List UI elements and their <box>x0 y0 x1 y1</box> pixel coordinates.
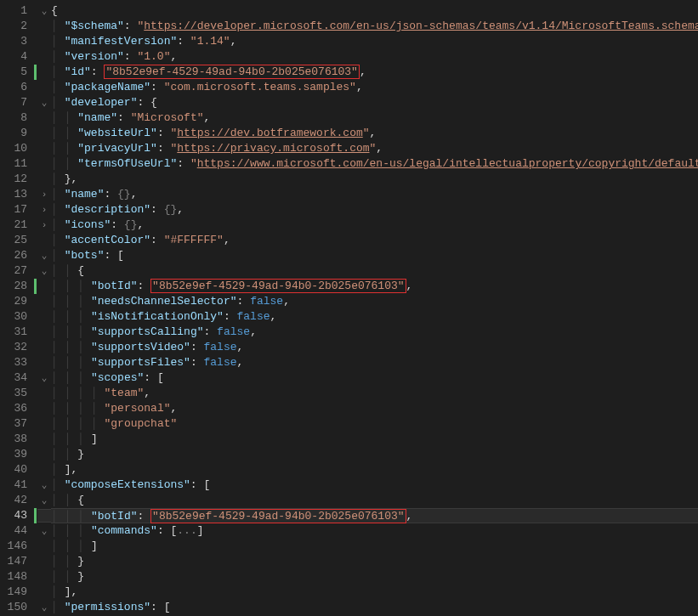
code-line[interactable]: │ "name": {}, <box>51 187 698 202</box>
code-line[interactable]: │ │ │ "commands": [...] <box>51 523 698 539</box>
code-line[interactable]: │ │ │ ] <box>51 539 698 554</box>
fold-icon[interactable] <box>37 110 51 126</box>
code-line[interactable]: │ "$schema": "https://developer.microsof… <box>51 19 698 34</box>
code-line[interactable]: │ │ │ "botId": "8b52e9ef-4529-49ad-94b0-… <box>51 279 698 294</box>
fold-icon[interactable] <box>37 233 51 248</box>
code-line[interactable]: │ │ } <box>51 447 698 462</box>
code-line[interactable]: │ │ { <box>51 263 698 279</box>
fold-icon[interactable]: ⌄ <box>37 523 51 539</box>
fold-icon[interactable] <box>37 539 51 554</box>
line-number: 34 <box>0 370 27 386</box>
fold-icon[interactable] <box>37 19 51 34</box>
fold-icon[interactable]: ⌄ <box>37 493 51 508</box>
fold-icon[interactable] <box>37 355 51 370</box>
token: : <box>150 234 164 246</box>
code-line[interactable]: │ "manifestVersion": "1.14", <box>51 34 698 49</box>
code-line[interactable]: │ │ } <box>51 554 698 569</box>
fold-icon[interactable] <box>37 141 51 156</box>
fold-icon[interactable]: ⌄ <box>37 478 51 493</box>
fold-icon[interactable] <box>37 325 51 340</box>
line-number: 35 <box>0 386 27 401</box>
token: "version" <box>65 50 124 63</box>
fold-icon[interactable]: › <box>37 202 51 218</box>
fold-icon[interactable]: › <box>37 218 51 233</box>
code-line[interactable]: │ │ │ │ "personal", <box>51 401 698 416</box>
token: "privacyUrl" <box>77 142 157 155</box>
fold-column[interactable]: ⌄⌄›››⌄⌄⌄⌄⌄⌄⌄⌄ <box>37 0 51 616</box>
code-line[interactable]: │ │ │ │ "groupchat" <box>51 416 698 432</box>
code-line[interactable]: │ │ │ "scopes": [ <box>51 370 698 386</box>
fold-icon[interactable]: ⌄ <box>37 370 51 386</box>
highlighted-value: "8b52e9ef-4529-49ad-94b0-2b025e076103" <box>104 65 359 79</box>
code-area[interactable]: {│ "$schema": "https://developer.microso… <box>51 0 698 616</box>
code-line[interactable]: { <box>51 3 698 19</box>
fold-icon[interactable] <box>37 554 51 569</box>
token: : [ <box>190 478 210 491</box>
code-line[interactable]: │ "icons": {}, <box>51 218 698 233</box>
fold-icon[interactable]: ⌄ <box>37 95 51 110</box>
fold-icon[interactable]: ⌄ <box>37 600 51 615</box>
fold-icon[interactable] <box>37 508 51 523</box>
code-line[interactable]: │ "packageName": "com.microsoft.teams.sa… <box>51 80 698 95</box>
code-line[interactable]: │ "accentColor": "#FFFFFF", <box>51 233 698 248</box>
code-line[interactable]: │ │ │ "supportsCalling": false, <box>51 325 698 340</box>
code-line[interactable]: │ "bots": [ <box>51 248 698 263</box>
fold-icon[interactable]: › <box>37 187 51 202</box>
token: : { <box>137 96 156 109</box>
fold-icon[interactable] <box>37 309 51 325</box>
token: : <box>157 142 171 155</box>
code-line[interactable]: │ │ "websiteUrl": "https://dev.botframew… <box>51 126 698 141</box>
fold-icon[interactable] <box>37 432 51 447</box>
fold-icon[interactable] <box>37 569 51 585</box>
fold-icon[interactable] <box>37 401 51 416</box>
fold-icon[interactable] <box>37 34 51 49</box>
code-editor[interactable]: 1234567891011121317212526272829303132333… <box>0 0 698 616</box>
code-line[interactable]: │ │ "privacyUrl": "https://privacy.micro… <box>51 141 698 156</box>
fold-icon[interactable] <box>37 294 51 309</box>
code-line[interactable]: │ }, <box>51 172 698 187</box>
code-line[interactable]: │ "permissions": [ <box>51 600 698 615</box>
line-number: 25 <box>0 233 27 248</box>
highlighted-value: "8b52e9ef-4529-49ad-94b0-2b025e076103" <box>150 509 406 523</box>
code-line[interactable]: │ │ } <box>51 569 698 585</box>
code-line[interactable]: │ "developer": { <box>51 95 698 110</box>
token: "supportsFiles" <box>91 356 190 369</box>
code-line[interactable]: │ │ │ │ "team", <box>51 386 698 401</box>
fold-icon[interactable] <box>37 80 51 95</box>
code-line[interactable]: │ │ { <box>51 493 698 508</box>
code-line[interactable]: │ "description": {}, <box>51 202 698 218</box>
token: {} <box>124 218 138 231</box>
fold-icon[interactable] <box>37 65 51 80</box>
fold-icon[interactable] <box>37 49 51 65</box>
fold-icon[interactable] <box>37 172 51 187</box>
code-line[interactable]: │ │ │ ] <box>51 432 698 447</box>
fold-icon[interactable] <box>37 386 51 401</box>
token: ] <box>91 540 98 552</box>
code-line[interactable]: │ "id": "8b52e9ef-4529-49ad-94b0-2b025e0… <box>51 65 698 80</box>
code-line[interactable]: │ │ │ "supportsFiles": false, <box>51 355 698 370</box>
line-number: 2 <box>0 19 27 34</box>
fold-icon[interactable] <box>37 447 51 462</box>
token: false <box>250 295 283 308</box>
code-line[interactable]: │ │ "termsOfUseUrl": "https://www.micros… <box>51 156 698 172</box>
code-line[interactable]: │ "composeExtensions": [ <box>51 478 698 493</box>
code-line[interactable]: │ "version": "1.0", <box>51 49 698 65</box>
fold-icon[interactable]: ⌄ <box>37 248 51 263</box>
fold-icon[interactable]: ⌄ <box>37 3 51 19</box>
token: "name" <box>65 188 105 201</box>
fold-icon[interactable]: ⌄ <box>37 263 51 279</box>
code-line[interactable]: │ │ │ "needsChannelSelector": false, <box>51 294 698 309</box>
code-line[interactable]: │ │ │ "supportsVideo": false, <box>51 340 698 355</box>
fold-icon[interactable] <box>37 156 51 172</box>
fold-icon[interactable] <box>37 126 51 141</box>
fold-icon[interactable] <box>37 279 51 294</box>
code-line[interactable]: │ │ "name": "Microsoft", <box>51 110 698 126</box>
fold-icon[interactable] <box>37 462 51 478</box>
fold-icon[interactable] <box>37 585 51 600</box>
code-line[interactable]: │ ], <box>51 462 698 478</box>
fold-icon[interactable] <box>37 340 51 355</box>
fold-icon[interactable] <box>37 416 51 432</box>
code-line[interactable]: │ │ │ "botId": "8b52e9ef-4529-49ad-94b0-… <box>51 508 698 523</box>
code-line[interactable]: │ │ │ "isNotificationOnly": false, <box>51 309 698 325</box>
code-line[interactable]: │ ], <box>51 585 698 600</box>
